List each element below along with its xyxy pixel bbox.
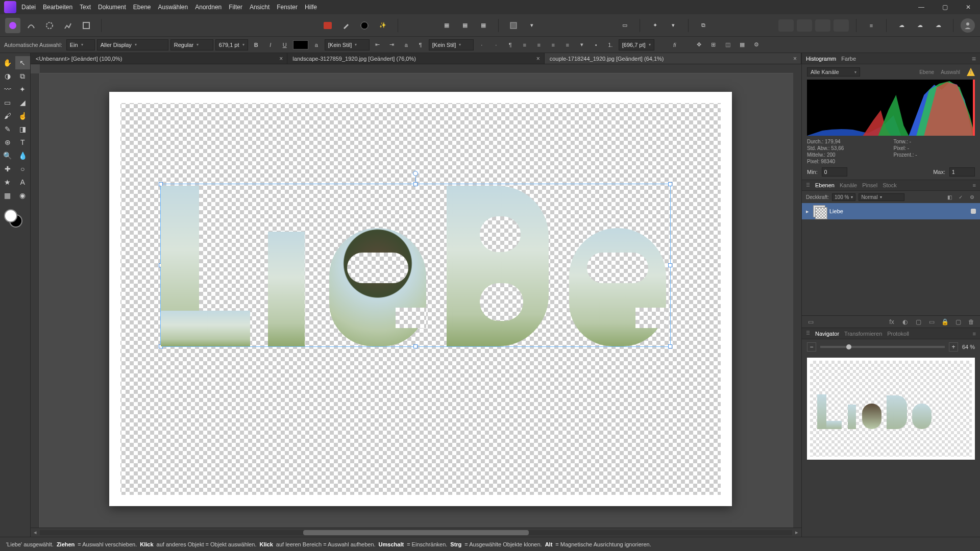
selection-grid1-icon[interactable]: ▦ bbox=[439, 18, 454, 33]
selection-grid2-icon[interactable]: ▦ bbox=[457, 18, 473, 33]
menu-filter[interactable]: Filter bbox=[229, 4, 242, 11]
document-tab[interactable]: <Unbenannt> [Geändert] (100,0%)× bbox=[31, 53, 287, 64]
scroll-left-icon[interactable]: ◂ bbox=[31, 528, 40, 537]
swatch-red-icon[interactable] bbox=[320, 18, 335, 33]
move-icon[interactable]: ✥ bbox=[693, 39, 705, 51]
view-tool-icon[interactable]: ◑ bbox=[0, 69, 15, 83]
color-wells[interactable] bbox=[4, 209, 22, 228]
menu-datei[interactable]: Datei bbox=[21, 4, 36, 11]
zoom-tool-icon[interactable]: 🔍 bbox=[0, 149, 15, 162]
vertical-scrollbar[interactable] bbox=[793, 64, 801, 528]
baseline-icon[interactable]: a bbox=[400, 39, 412, 51]
crop-tool-icon[interactable]: ⧉ bbox=[15, 69, 31, 83]
histo-tab-auswahl[interactable]: Auswahl bbox=[941, 69, 960, 75]
blur-tool-icon[interactable]: 💧 bbox=[15, 149, 31, 162]
close-tab-icon[interactable]: × bbox=[793, 55, 797, 62]
cloud-sync-icon[interactable]: ☁ bbox=[894, 18, 909, 33]
account-avatar[interactable] bbox=[961, 18, 975, 33]
zoom-out-button[interactable]: − bbox=[807, 342, 816, 352]
adjust-icon[interactable]: ◐ bbox=[900, 317, 910, 327]
export-persona-icon[interactable] bbox=[79, 18, 94, 33]
panel-menu-icon[interactable]: ≡ bbox=[973, 331, 976, 337]
tab-ebenen[interactable]: Ebenen bbox=[815, 182, 835, 188]
char-style-dropdown[interactable]: [Kein Stil] bbox=[325, 39, 370, 51]
flood-select-icon[interactable]: ✦ bbox=[15, 83, 31, 96]
horizontal-ruler[interactable] bbox=[40, 64, 801, 73]
eyedrop-icon[interactable] bbox=[338, 18, 354, 33]
auto-levels-icon[interactable]: ✨ bbox=[375, 18, 390, 33]
char-panel-icon[interactable]: a bbox=[310, 39, 323, 51]
fx-icon[interactable]: fx bbox=[887, 317, 896, 327]
tab-kanaele[interactable]: Kanäle bbox=[840, 182, 857, 188]
gradient-tool-icon[interactable]: ◢ bbox=[15, 96, 31, 109]
list-number-icon[interactable]: 1. bbox=[604, 39, 617, 51]
para-panel-icon[interactable]: ¶ bbox=[414, 39, 427, 51]
heal-tool-icon[interactable]: ✚ bbox=[0, 162, 15, 176]
minimize-button[interactable]: — bbox=[910, 0, 933, 14]
underline-button[interactable]: U bbox=[279, 39, 291, 51]
bold-button[interactable]: B bbox=[250, 39, 262, 51]
align-left-icon[interactable]: ≡ bbox=[519, 39, 531, 51]
tab-pinsel[interactable]: Pinsel bbox=[862, 182, 877, 188]
liquify-persona-icon[interactable] bbox=[23, 18, 39, 33]
text-tool-icon[interactable]: T bbox=[15, 136, 31, 149]
shape-tool-icon[interactable]: ★ bbox=[0, 176, 15, 189]
align-center-icon[interactable]: ≡ bbox=[533, 39, 545, 51]
move-tool-icon[interactable]: ↖ bbox=[15, 56, 31, 69]
cloud-down-icon[interactable]: ☁ bbox=[912, 18, 927, 33]
pilcrow-icon[interactable]: ¶ bbox=[504, 39, 517, 51]
mask2-icon[interactable]: ▢ bbox=[914, 317, 923, 327]
pen-tool-icon[interactable]: ✎ bbox=[0, 122, 15, 136]
ligature-icon[interactable]: fi bbox=[669, 39, 681, 51]
navigator-preview[interactable] bbox=[807, 358, 975, 460]
text-color-swatch[interactable] bbox=[293, 40, 308, 49]
mesh-tool-icon[interactable]: ▦ bbox=[0, 189, 15, 202]
dodge-tool-icon[interactable]: ○ bbox=[15, 162, 31, 176]
indent-right-icon[interactable]: ⇥ bbox=[386, 39, 398, 51]
foreground-color[interactable] bbox=[4, 209, 17, 222]
cloud-up-icon[interactable]: ☁ bbox=[930, 18, 946, 33]
menu-bearbeiten[interactable]: Bearbeiten bbox=[43, 4, 72, 11]
marquee-tool-icon[interactable]: ▭ bbox=[0, 96, 15, 109]
close-tab-icon[interactable]: × bbox=[279, 55, 283, 62]
tab-farbe[interactable]: Farbe bbox=[841, 56, 856, 62]
leading-dropdown[interactable]: [696,7 pt] bbox=[619, 39, 654, 51]
eraser-tool-icon[interactable]: ◨ bbox=[15, 122, 31, 136]
horizontal-scrollbar[interactable]: ◂ ▸ bbox=[31, 528, 801, 537]
snap-icon[interactable]: ⊞ bbox=[707, 39, 720, 51]
indent-left-icon[interactable]: ⇤ bbox=[372, 39, 384, 51]
unknown-icon[interactable]: · bbox=[476, 39, 488, 51]
document-tab[interactable]: couple-1718244_1920.jpg [Geändert] (64,1… bbox=[545, 53, 801, 64]
tab-navigator[interactable]: Navigator bbox=[815, 331, 839, 337]
selection-grid3-icon[interactable]: ▦ bbox=[476, 18, 491, 33]
add-layer-icon[interactable]: ▢ bbox=[953, 317, 963, 327]
document-page[interactable] bbox=[109, 92, 732, 506]
chevron-down-icon[interactable]: ▾ bbox=[524, 18, 540, 33]
expand-icon[interactable]: ▸ bbox=[806, 208, 809, 215]
layer-name[interactable]: Liebe bbox=[829, 208, 843, 214]
menu-auswaehlen[interactable]: Auswählen bbox=[158, 4, 188, 11]
align-justify-icon[interactable]: ≡ bbox=[561, 39, 574, 51]
channel-dropdown[interactable]: Alle Kanäle bbox=[807, 67, 860, 77]
transform-icon[interactable]: ◫ bbox=[722, 39, 734, 51]
panel-menu-icon[interactable]: ≡ bbox=[973, 182, 976, 188]
blend-mode-dropdown[interactable]: Normal bbox=[859, 193, 904, 201]
tab-stock[interactable]: Stock bbox=[883, 182, 897, 188]
selection-brush-icon[interactable]: 〰 bbox=[0, 83, 15, 96]
mask-icon[interactable]: ▭ bbox=[806, 317, 815, 327]
visibility-toggle[interactable] bbox=[971, 209, 976, 214]
menu-text[interactable]: Text bbox=[80, 4, 91, 11]
document-tab[interactable]: landscape-3127859_1920.jpg [Geändert] (7… bbox=[287, 53, 544, 64]
align-icon[interactable]: ≡ bbox=[864, 18, 879, 33]
layer-thumbnail[interactable] bbox=[813, 205, 825, 217]
tab-histogramm[interactable]: Histogramm bbox=[806, 56, 836, 62]
lock-icon[interactable]: 🔒 bbox=[940, 317, 949, 327]
maximize-button[interactable]: ▢ bbox=[933, 0, 957, 14]
layer-row[interactable]: ▸ Liebe bbox=[802, 203, 980, 219]
brush-tool-icon[interactable]: 🖌 bbox=[0, 109, 15, 122]
chain-icon[interactable]: ⧉ bbox=[696, 18, 711, 33]
auto-select-dropdown[interactable]: Ein bbox=[66, 39, 95, 51]
delete-layer-icon[interactable]: 🗑 bbox=[967, 317, 976, 327]
align-right-icon[interactable]: ≡ bbox=[547, 39, 559, 51]
panel-menu-icon[interactable]: ≡ bbox=[972, 55, 976, 63]
